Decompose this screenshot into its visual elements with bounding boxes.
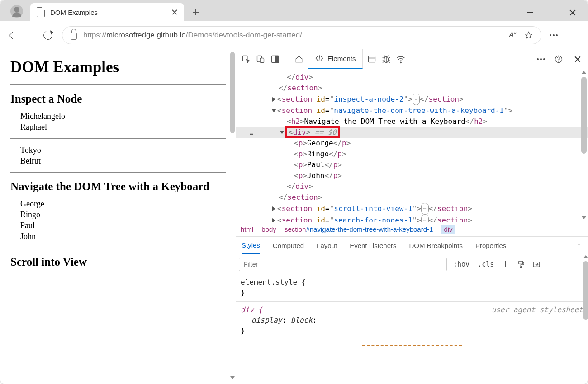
breadcrumb-item[interactable]: section#navigate-the-dom-tree-with-a-key…: [285, 225, 433, 233]
welcome-tab-icon[interactable]: [294, 54, 304, 65]
breadcrumb-item[interactable]: html: [241, 225, 253, 233]
dom-node-selected[interactable]: ⋯ <div> == $0: [236, 127, 588, 138]
svg-rect-6: [368, 56, 375, 62]
new-tab-button[interactable]: [189, 5, 203, 19]
list-item: Tokyo: [20, 145, 226, 155]
svg-rect-3: [260, 58, 264, 62]
divider: [10, 138, 226, 139]
dom-tree[interactable]: </div> </section> <section id="inspect-a…: [236, 69, 588, 222]
node-actions-icon[interactable]: ⋯: [250, 128, 253, 139]
style-rule[interactable]: user agent stylesheet div { display: blo…: [241, 304, 583, 336]
devtools-more-icon[interactable]: [537, 58, 545, 60]
profile-avatar[interactable]: [10, 5, 23, 18]
scroll-down-icon[interactable]: [581, 216, 587, 219]
styles-body[interactable]: element.style { } user agent stylesheet …: [236, 274, 588, 384]
list-item: George: [20, 199, 226, 209]
page-content: DOM Examples Inspect a Node Michelangelo…: [0, 49, 236, 384]
read-aloud-icon[interactable]: A»: [509, 30, 517, 40]
list-item: John: [20, 232, 226, 241]
section-heading: Inspect a Node: [10, 93, 226, 105]
bug-icon[interactable]: [381, 54, 392, 65]
elements-icon: [315, 54, 324, 62]
url-box[interactable]: https://microsoftedge.github.io/Demos/de…: [62, 26, 541, 44]
tab-event-listeners[interactable]: Event Listeners: [350, 242, 396, 249]
dom-node[interactable]: <h2>Navigate the DOM Tree with a Keyboar…: [236, 116, 588, 127]
tab-layout[interactable]: Layout: [317, 242, 337, 249]
rule-origin: user agent stylesheet: [492, 304, 583, 315]
svg-marker-0: [526, 32, 532, 38]
scroll-down-icon[interactable]: [230, 376, 235, 379]
tab-computed[interactable]: Computed: [273, 242, 304, 249]
back-button[interactable]: [9, 29, 20, 41]
devtools-toolbar: Elements: [236, 49, 588, 69]
arrow-left-icon: [10, 35, 19, 36]
breadcrumb-item[interactable]: body: [261, 225, 276, 233]
window-titlebar: DOM Examples: [0, 0, 588, 21]
hov-button[interactable]: :hov: [451, 260, 471, 268]
elements-tab[interactable]: Elements: [308, 49, 363, 69]
dom-node[interactable]: <section id="inspect-a-node-2">⋯</sectio…: [236, 94, 588, 105]
dom-node[interactable]: <p>John</p>: [236, 170, 588, 181]
domtree-scrollbar[interactable]: [581, 71, 587, 154]
device-emulation-icon[interactable]: [255, 54, 266, 65]
list-item: Beirut: [20, 156, 226, 166]
divider: [10, 248, 226, 248]
dom-node[interactable]: <section id="scroll-into-view-1">⋯</sect…: [236, 203, 588, 215]
browser-tab[interactable]: DOM Examples: [30, 3, 184, 21]
window-close-icon[interactable]: [569, 9, 576, 16]
list-item: Raphael: [20, 122, 226, 132]
page-scrollbar[interactable]: [230, 52, 235, 381]
dom-node[interactable]: <section id="navigate-the-dom-tree-with-…: [236, 105, 588, 116]
scroll-up-icon[interactable]: [581, 71, 587, 74]
page-h1: DOM Examples: [10, 58, 226, 76]
section-heading: Navigate the DOM Tree with a Keyboard: [10, 180, 226, 193]
styles-tabbar: Styles Computed Layout Event Listeners D…: [236, 236, 588, 254]
favorite-icon[interactable]: [525, 31, 533, 39]
tab-close-icon[interactable]: [171, 9, 178, 15]
chevron-down-icon[interactable]: [576, 242, 582, 249]
styles-filter-input[interactable]: [239, 258, 447, 271]
breadcrumb-item-selected[interactable]: div: [441, 225, 455, 234]
dock-icon[interactable]: [270, 54, 280, 65]
application-icon[interactable]: [366, 54, 377, 65]
divider: [10, 84, 226, 85]
inspect-element-icon[interactable]: [241, 54, 251, 65]
list-item: Ringo: [20, 210, 226, 220]
devtools-panel: Elements </div> </section> <section id="…: [236, 49, 588, 384]
list-item: Paul: [20, 221, 226, 230]
more-menu-icon[interactable]: [550, 34, 558, 36]
new-style-rule-icon[interactable]: [500, 259, 511, 270]
tab-styles[interactable]: Styles: [242, 237, 260, 254]
cls-button[interactable]: .cls: [476, 260, 496, 268]
refresh-button[interactable]: [42, 29, 54, 41]
dom-breadcrumb: html body section#navigate-the-dom-tree-…: [236, 222, 588, 236]
scrollbar-thumb[interactable]: [230, 52, 235, 133]
tab-title: DOM Examples: [50, 9, 166, 16]
drawer-resize-handle[interactable]: [362, 345, 462, 346]
styles-filter-row: :hov .cls: [236, 254, 588, 274]
style-rule[interactable]: element.style { }: [241, 277, 583, 298]
window-minimize-icon[interactable]: [527, 12, 533, 13]
domtree-scrollbar-down[interactable]: [581, 216, 587, 219]
network-conditions-icon[interactable]: [395, 54, 406, 65]
dom-node[interactable]: <p>Ringo</p>: [236, 149, 588, 159]
scrollbar-thumb[interactable]: [581, 77, 587, 154]
list-item: Michelangelo: [20, 112, 226, 121]
dom-node[interactable]: <p>Paul</p>: [236, 159, 588, 170]
window-maximize-icon[interactable]: [549, 10, 554, 15]
svg-rect-13: [519, 261, 523, 264]
more-tabs-icon[interactable]: [410, 54, 421, 65]
svg-point-10: [400, 62, 401, 63]
tab-properties[interactable]: Properties: [475, 242, 506, 249]
dom-node[interactable]: <section id="search-for-nodes-1">⋯</sect…: [236, 215, 588, 222]
paint-icon[interactable]: [516, 259, 526, 270]
dom-node[interactable]: <p>George</p>: [236, 138, 588, 149]
help-icon[interactable]: [553, 54, 564, 65]
plus-icon: [193, 9, 199, 15]
tab-dom-breakpoints[interactable]: DOM Breakpoints: [409, 242, 463, 249]
devtools-close-icon[interactable]: [572, 54, 583, 65]
computed-toggle-icon[interactable]: [531, 259, 542, 270]
styles-scrollbar[interactable]: [583, 255, 588, 320]
svg-point-12: [558, 61, 559, 61]
divider: [10, 172, 226, 173]
